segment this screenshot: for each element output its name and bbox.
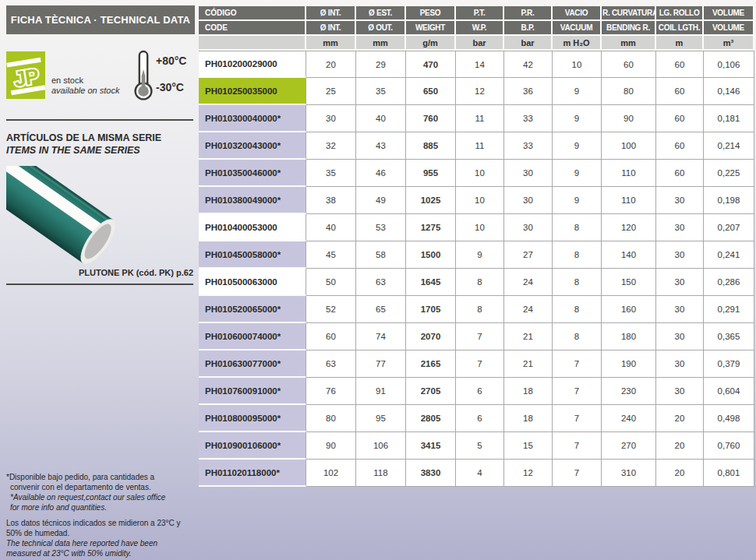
units-row: mm mm g/m bar bar m H₂O mm m m³ [199, 36, 754, 51]
bending-radius-cell: 270 [602, 432, 656, 460]
coil-length-cell: 30 [656, 241, 704, 269]
burst-pressure-cell: 12 [504, 460, 553, 487]
unit-cell: m³ [704, 36, 754, 51]
table-row: PH010800095000* 80 95 2805 6 18 7 240 20… [199, 405, 754, 432]
table-row: PH010200029000 20 29 470 14 42 10 60 60 … [199, 51, 754, 78]
stock-line-en: available on stock [51, 86, 119, 96]
vacuum-cell: 7 [553, 405, 602, 432]
outer-diameter-cell: 118 [356, 460, 406, 487]
unit-cell: m [656, 36, 704, 51]
inner-diameter-cell: 40 [306, 214, 356, 241]
inner-diameter-cell: 76 [306, 378, 356, 405]
burst-pressure-cell: 18 [504, 378, 553, 405]
inner-diameter-cell: 20 [306, 51, 356, 78]
series-heading: ARTÍCULOS DE LA MISMA SERIE ITEMS IN THE… [6, 132, 161, 157]
weight-cell: 3830 [406, 460, 456, 487]
volume-cell: 0,291 [704, 296, 754, 323]
vacuum-cell: 9 [553, 187, 602, 214]
product-code-cell: PH010800095000* [199, 405, 306, 432]
burst-pressure-cell: 21 [504, 350, 553, 378]
working-pressure-cell: 10 [456, 187, 504, 214]
weight-cell: 2165 [406, 350, 456, 378]
volume-cell: 0,146 [704, 78, 754, 105]
bending-radius-cell: 100 [602, 132, 656, 160]
burst-pressure-cell: 15 [504, 432, 553, 460]
col-wp: W.P. [456, 21, 504, 36]
weight-cell: 760 [406, 105, 456, 132]
product-code-cell: PH010630077000* [199, 350, 306, 378]
bending-radius-cell: 230 [602, 378, 656, 405]
inner-diameter-cell: 35 [306, 160, 356, 187]
vacuum-cell: 9 [553, 160, 602, 187]
coil-length-cell: 30 [656, 269, 704, 296]
outer-diameter-cell: 63 [356, 269, 406, 296]
col-rollo: LG. ROLLO [656, 6, 704, 21]
volume-cell: 0,498 [704, 405, 754, 432]
working-pressure-cell: 7 [456, 350, 504, 378]
technical-data-table: CÓDIGO Ø INT. Ø EST. PESO P.T. P.R. VACI… [199, 6, 754, 487]
product-caption: PLUTONE PK (cód. PK) p.62 [6, 268, 193, 277]
header-row-en: CODE Ø INT. Ø OUT. WEIGHT W.P. B.P. VACU… [199, 21, 754, 36]
stock-line-es: en stock [51, 76, 119, 86]
bending-radius-cell: 90 [602, 105, 656, 132]
outer-diameter-cell: 49 [356, 187, 406, 214]
weight-cell: 885 [406, 132, 456, 160]
series-heading-es: ARTÍCULOS DE LA MISMA SERIE [6, 132, 161, 144]
col-diam-int-en: Ø INT. [306, 21, 356, 36]
working-pressure-cell: 14 [456, 51, 504, 78]
footnote-availability: *Disponible bajo pedido, para cantidades… [6, 472, 203, 512]
unit-cell: m H₂O [553, 36, 602, 51]
burst-pressure-cell: 30 [504, 187, 553, 214]
series-heading-en: ITEMS IN THE SAME SERIES [6, 144, 161, 157]
table-row: PH010380049000* 38 49 1025 10 30 9 110 3… [199, 187, 754, 214]
vacuum-cell: 8 [553, 241, 602, 269]
col-volume: VOLUME [704, 6, 754, 21]
inner-diameter-cell: 60 [306, 323, 356, 350]
col-volume-en: VOLUME [704, 21, 754, 36]
table-row: PH010630077000* 63 77 2165 7 21 7 190 30… [199, 350, 754, 378]
col-pt: P.T. [456, 6, 504, 21]
volume-cell: 0,286 [704, 269, 754, 296]
coil-length-cell: 20 [656, 432, 704, 460]
col-peso: PESO [406, 6, 456, 21]
unit-cell: bar [504, 36, 553, 51]
table-row: PH010900106000* 90 106 3415 5 15 7 270 2… [199, 432, 754, 460]
vacuum-cell: 7 [553, 378, 602, 405]
product-code-cell: PH010250035000 [199, 78, 306, 105]
unit-cell: mm [356, 36, 406, 51]
volume-cell: 0,241 [704, 241, 754, 269]
table-row: PH010450058000* 45 58 1500 9 27 8 140 30… [199, 241, 754, 269]
coil-length-cell: 20 [656, 460, 704, 487]
coil-length-cell: 30 [656, 350, 704, 378]
coil-length-cell: 30 [656, 296, 704, 323]
inner-diameter-cell: 50 [306, 269, 356, 296]
product-code-cell: PH010200029000 [199, 51, 306, 78]
volume-cell: 0,379 [704, 350, 754, 378]
outer-diameter-cell: 53 [356, 214, 406, 241]
outer-diameter-cell: 40 [356, 105, 406, 132]
footnote-line: *Disponible bajo pedido, para cantidades… [6, 472, 203, 482]
vacuum-cell: 10 [553, 51, 602, 78]
outer-diameter-cell: 91 [356, 378, 406, 405]
coil-length-cell: 30 [656, 323, 704, 350]
col-vacio: VACIO [553, 6, 602, 21]
inner-diameter-cell: 38 [306, 187, 356, 214]
working-pressure-cell: 11 [456, 132, 504, 160]
working-pressure-cell: 9 [456, 241, 504, 269]
bending-radius-cell: 80 [602, 78, 656, 105]
outer-diameter-cell: 29 [356, 51, 406, 78]
weight-cell: 1275 [406, 214, 456, 241]
inner-diameter-cell: 32 [306, 132, 356, 160]
burst-pressure-cell: 30 [504, 160, 553, 187]
outer-diameter-cell: 65 [356, 296, 406, 323]
table-row: PH010520065000* 52 65 1705 8 24 8 160 30… [199, 296, 754, 323]
table-row: PH010600074000* 60 74 2070 7 21 8 180 30… [199, 323, 754, 350]
burst-pressure-cell: 27 [504, 241, 553, 269]
table-row: PH010760091000* 76 91 2705 6 18 7 230 30… [199, 378, 754, 405]
weight-cell: 3415 [406, 432, 456, 460]
volume-cell: 0,198 [704, 187, 754, 214]
vacuum-cell: 8 [553, 269, 602, 296]
burst-pressure-cell: 21 [504, 323, 553, 350]
unit-cell: mm [602, 36, 656, 51]
outer-diameter-cell: 46 [356, 160, 406, 187]
